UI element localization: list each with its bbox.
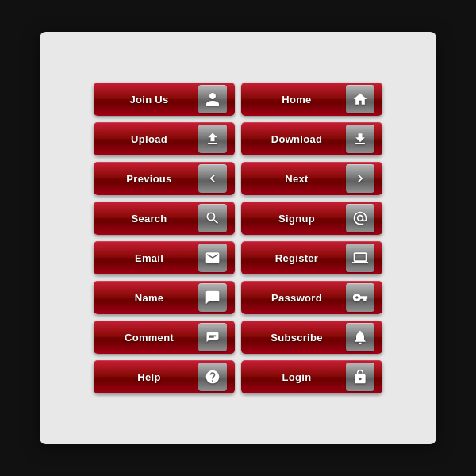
comment-button[interactable]: Comment <box>94 321 235 354</box>
chevron-right-icon <box>346 164 374 193</box>
search-icon <box>198 204 227 232</box>
upload-label: Upload <box>94 133 198 145</box>
login-label: Login <box>241 371 346 383</box>
laptop-icon <box>346 244 374 272</box>
help-icon <box>198 363 227 391</box>
signup-label: Signup <box>241 213 346 225</box>
lock-icon <box>346 363 374 391</box>
button-grid: Join UsHomeUploadDownloadPreviousNextSea… <box>78 67 398 409</box>
join-us-button[interactable]: Join Us <box>94 83 235 116</box>
email-icon <box>198 244 227 272</box>
chat-icon <box>198 283 227 312</box>
help-label: Help <box>94 371 198 383</box>
key-icon <box>346 283 374 312</box>
at-icon <box>346 204 374 232</box>
subscribe-button[interactable]: Subscribe <box>241 321 382 354</box>
upload-icon <box>198 125 227 153</box>
chevron-left-icon <box>198 164 227 193</box>
bell-icon <box>346 323 374 351</box>
subscribe-label: Subscribe <box>241 332 346 344</box>
password-label: Password <box>241 292 346 304</box>
search-button[interactable]: Search <box>94 202 235 235</box>
password-button[interactable]: Password <box>241 281 382 314</box>
comment-label: Comment <box>94 332 198 344</box>
user-icon <box>198 85 227 113</box>
previous-button[interactable]: Previous <box>94 162 235 195</box>
home-icon <box>346 85 374 113</box>
signup-button[interactable]: Signup <box>241 202 382 235</box>
register-label: Register <box>241 252 346 264</box>
download-button[interactable]: Download <box>241 122 382 155</box>
previous-label: Previous <box>94 173 198 185</box>
name-button[interactable]: Name <box>94 281 235 314</box>
search-label: Search <box>94 213 198 225</box>
next-button[interactable]: Next <box>241 162 382 195</box>
login-button[interactable]: Login <box>241 360 382 393</box>
register-button[interactable]: Register <box>241 241 382 274</box>
download-icon <box>346 125 374 153</box>
upload-button[interactable]: Upload <box>94 122 235 155</box>
join-us-label: Join Us <box>94 94 198 106</box>
comment-icon <box>198 323 227 351</box>
name-label: Name <box>94 292 198 304</box>
email-button[interactable]: Email <box>94 241 235 274</box>
download-label: Download <box>241 133 346 145</box>
help-button[interactable]: Help <box>94 360 235 393</box>
home-label: Home <box>241 94 346 106</box>
email-label: Email <box>94 252 198 264</box>
next-label: Next <box>241 173 346 185</box>
card: Join UsHomeUploadDownloadPreviousNextSea… <box>40 32 436 444</box>
home-button[interactable]: Home <box>241 83 382 116</box>
